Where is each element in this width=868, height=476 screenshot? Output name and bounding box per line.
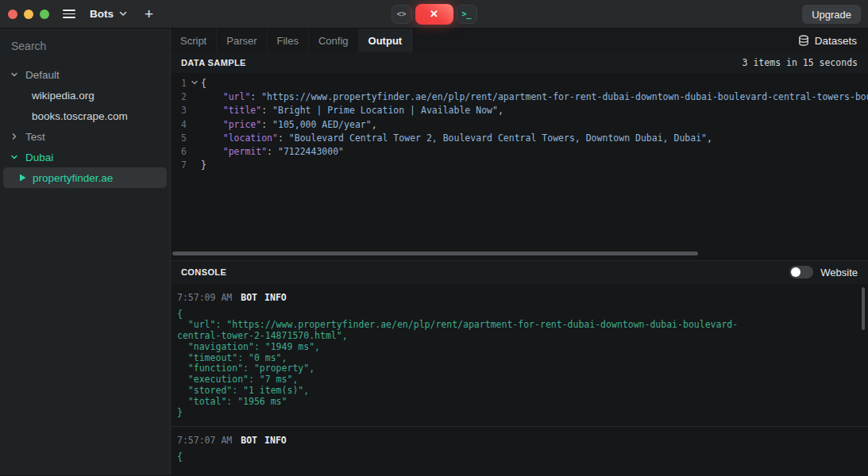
chevron-right-icon xyxy=(10,132,18,140)
data-sample-title: DATA SAMPLE xyxy=(181,58,246,67)
log-level: INFO xyxy=(264,435,287,446)
log-json: { xyxy=(177,452,857,463)
tree-label: Default xyxy=(25,69,60,81)
line-number: 5 xyxy=(171,132,187,144)
line-number: 3 xyxy=(171,105,187,116)
window-controls xyxy=(8,10,49,19)
data-sample-stats: 3 items in 15 seconds xyxy=(743,57,858,68)
title-bar: Bots + <> ✕ >_ Upgrade xyxy=(0,0,868,29)
console-log: 7:57:09 AMBOTINFO{ "url": "https://www.p… xyxy=(177,292,857,464)
tree-group-dubai[interactable]: Dubai xyxy=(3,147,167,167)
log-entry-header: 7:57:09 AMBOTINFO xyxy=(177,292,857,303)
tab-parser[interactable]: Parser xyxy=(217,29,267,52)
code-icon: <> xyxy=(396,10,406,18)
upgrade-button[interactable]: Upgrade xyxy=(802,5,861,24)
app-body: Defaultwikipedia.orgbooks.toscrape.comTe… xyxy=(0,29,868,475)
code-line: 6 "permit": "7122443000" xyxy=(171,144,868,158)
menu-icon[interactable] xyxy=(63,10,75,18)
code-line: 2 "url": "https://www.propertyfinder.ae/… xyxy=(171,90,868,103)
log-timestamp: 7:57:07 AM xyxy=(177,435,232,446)
tree-label: wikipedia.org xyxy=(32,90,95,102)
tree-group-default[interactable]: Default xyxy=(3,64,167,85)
tab-files[interactable]: Files xyxy=(268,29,309,52)
code-text: { xyxy=(201,78,206,89)
log-timestamp: 7:57:09 AM xyxy=(177,292,232,303)
console-panel: 7:57:09 AMBOTINFO{ "url": "https://www.p… xyxy=(171,284,868,476)
sidebar: Defaultwikipedia.orgbooks.toscrape.comTe… xyxy=(0,29,171,475)
terminal-button[interactable]: >_ xyxy=(457,5,477,24)
code-line: 7} xyxy=(171,159,868,172)
code-view-button[interactable]: <> xyxy=(392,5,412,24)
editor-lines: 1{2 "url": "https://www.propertyfinder.a… xyxy=(171,76,868,172)
tree-group-test[interactable]: Test xyxy=(3,126,167,147)
tab-output[interactable]: Output xyxy=(359,29,413,52)
code-text: "price": "105,000 AED/year", xyxy=(201,119,377,130)
close-window-icon[interactable] xyxy=(8,10,17,19)
tree-item-books-toscrape-com[interactable]: books.toscrape.com xyxy=(3,106,167,126)
console-title: CONSOLE xyxy=(181,267,226,277)
chevron-down-icon xyxy=(191,79,199,86)
chevron-down-icon xyxy=(119,11,127,17)
log-level: INFO xyxy=(264,292,287,303)
code-text: } xyxy=(201,159,206,171)
main-panel: ScriptParserFilesConfigOutput Datasets D… xyxy=(171,29,868,475)
code-text: "title": "Bright | Prime Location | Avai… xyxy=(201,105,503,116)
stop-button[interactable]: ✕ xyxy=(415,4,453,25)
code-text: "permit": "7122443000" xyxy=(201,146,344,157)
tab-script[interactable]: Script xyxy=(171,29,217,52)
line-number: 2 xyxy=(171,91,187,102)
tree-label: Dubai xyxy=(25,152,53,163)
website-toggle[interactable] xyxy=(789,266,813,278)
log-source: BOT xyxy=(241,435,257,446)
zoom-window-icon[interactable] xyxy=(40,10,49,19)
toggle-knob xyxy=(791,267,800,277)
line-number: 1 xyxy=(171,78,187,89)
datasets-label: Datasets xyxy=(815,35,857,47)
code-line: 4 "price": "105,000 AED/year", xyxy=(171,117,868,131)
tree-item-wikipedia-org[interactable]: wikipedia.org xyxy=(3,85,167,106)
code-line: 3 "title": "Bright | Prime Location | Av… xyxy=(171,104,868,117)
horizontal-scrollbar[interactable] xyxy=(172,251,698,255)
vertical-scrollbar[interactable] xyxy=(862,287,865,330)
code-line: 5 "location": "Boulevard Central Tower 2… xyxy=(171,131,868,144)
database-icon xyxy=(798,35,809,46)
search-wrap xyxy=(0,29,170,61)
line-number: 4 xyxy=(171,119,187,130)
log-json: { "url": "https://www.propertyfinder.ae/… xyxy=(177,309,857,419)
log-entry-header: 7:57:07 AMBOTINFO xyxy=(177,435,857,446)
tree-item-propertyfinder-ae[interactable]: propertyfinder.ae xyxy=(3,167,167,188)
line-number: 7 xyxy=(171,159,187,171)
run-controls: <> ✕ >_ xyxy=(392,4,477,25)
tree-label: propertyfinder.ae xyxy=(33,172,113,184)
website-toggle-wrap: Website xyxy=(789,266,858,278)
data-sample-editor[interactable]: 1{2 "url": "https://www.propertyfinder.a… xyxy=(171,73,868,260)
search-input[interactable] xyxy=(11,40,159,52)
terminal-icon: >_ xyxy=(461,10,471,18)
console-header: CONSOLE Website xyxy=(171,260,868,284)
website-toggle-label: Website xyxy=(820,267,858,278)
add-bot-button[interactable]: + xyxy=(145,6,153,21)
play-icon xyxy=(19,174,26,182)
bots-menu[interactable]: Bots xyxy=(90,8,127,20)
close-icon: ✕ xyxy=(430,8,438,20)
log-source: BOT xyxy=(241,292,257,303)
fold-chevron-icon[interactable] xyxy=(188,78,201,89)
tree-label: Test xyxy=(25,131,45,143)
chevron-down-icon xyxy=(10,71,18,79)
tree-label: books.toscrape.com xyxy=(32,110,128,122)
datasets-button[interactable]: Datasets xyxy=(787,29,868,52)
line-number: 6 xyxy=(171,146,187,157)
code-line: 1{ xyxy=(171,76,868,90)
chevron-down-icon xyxy=(10,153,18,161)
code-text: "url": "https://www.propertyfinder.ae/en… xyxy=(201,91,868,102)
sidebar-tree: Defaultwikipedia.orgbooks.toscrape.comTe… xyxy=(0,64,170,188)
minimize-window-icon[interactable] xyxy=(24,10,33,19)
code-text: "location": "Boulevard Central Tower 2, … xyxy=(201,132,712,144)
log-entry-divider xyxy=(171,426,868,427)
bots-menu-label: Bots xyxy=(90,8,114,20)
tab-config[interactable]: Config xyxy=(309,29,359,52)
tab-bar: ScriptParserFilesConfigOutput Datasets xyxy=(171,29,868,52)
data-sample-header: DATA SAMPLE 3 items in 15 seconds xyxy=(171,52,868,73)
